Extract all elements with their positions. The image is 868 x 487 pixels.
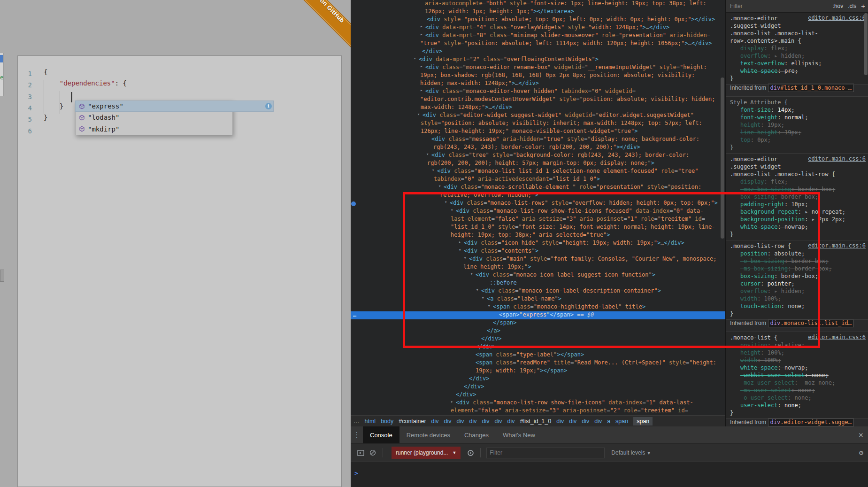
- breadcrumb-item[interactable]: div: [495, 418, 502, 425]
- css-property[interactable]: width: 100%;: [730, 356, 866, 364]
- css-property[interactable]: white-space: pre;: [730, 67, 866, 75]
- dom-tree-line[interactable]: <div style="position: absolute; top: 0px…: [351, 16, 725, 24]
- css-selector[interactable]: .monaco-list .monaco-list-row {: [730, 170, 866, 178]
- suggest-item[interactable]: "lodash": [75, 112, 119, 123]
- breadcrumb-item[interactable]: div: [431, 418, 439, 425]
- expand-arrow-icon[interactable]: ▸: [451, 399, 453, 404]
- github-ribbon[interactable]: on GitHub: [283, 0, 351, 60]
- close-icon[interactable]: ×: [859, 426, 863, 443]
- node-link[interactable]: div#list_id_1_0.monaco-…: [768, 84, 854, 92]
- breadcrumb-item[interactable]: …: [353, 418, 360, 425]
- stylesheet-link[interactable]: editor.main.css:6: [808, 155, 866, 162]
- suggest-item[interactable]: "mkdirp": [75, 124, 119, 135]
- suggest-item[interactable]: "express": [75, 100, 123, 112]
- css-property[interactable]: top: 0px;: [730, 136, 866, 144]
- dom-tree-line[interactable]: hidden; max-width: 1248px;">…</div>: [351, 80, 725, 88]
- dom-tree-line[interactable]: ▾<div class="monaco-scrollable-element "…: [351, 184, 725, 192]
- css-selector[interactable]: .suggest-widget: [730, 22, 866, 30]
- node-link[interactable]: div.editor-widget.sugge…: [768, 418, 854, 426]
- css-selector[interactable]: row>.contents>.main {: [730, 37, 866, 45]
- live-expression-icon[interactable]: [464, 447, 476, 459]
- gutter-blue-dot[interactable]: [351, 201, 356, 206]
- dom-tree-line[interactable]: ▸<div class="monaco-list-row show-file-i…: [351, 399, 725, 407]
- css-property[interactable]: -o-user-select: none;: [730, 394, 866, 402]
- expand-arrow-open-icon[interactable]: ▾: [426, 152, 429, 156]
- breadcrumb-item[interactable]: html: [365, 418, 376, 425]
- dom-tree-line[interactable]: </div>: [351, 48, 725, 56]
- dom-tree-line[interactable]: 126px; width: 1px; height: 1px;"></texta…: [351, 8, 725, 16]
- dom-tree-line[interactable]: "editor.contrib.modesContentHoverWidget"…: [351, 96, 725, 104]
- css-selector[interactable]: .suggest-widget: [730, 163, 866, 170]
- dom-tree-line[interactable]: style="position: absolute; visibility: i…: [351, 120, 725, 128]
- css-property[interactable]: display: flex;: [730, 45, 866, 52]
- clear-console-icon[interactable]: [367, 447, 379, 459]
- dom-tree-line[interactable]: aria-autocomplete="both" style="font-siz…: [351, 0, 725, 8]
- dom-tree-line[interactable]: rgb(200, 200, 200); height: 57px; margin…: [351, 160, 725, 168]
- breadcrumb-item[interactable]: div: [507, 418, 515, 425]
- expand-arrow-open-icon[interactable]: ▾: [432, 168, 434, 172]
- dom-tree-line[interactable]: ▸<div class="monaco-editor rename-box" w…: [351, 64, 725, 72]
- css-selector[interactable]: .monaco-list .monaco-list-: [730, 30, 866, 37]
- breadcrumb-item[interactable]: div: [444, 418, 452, 425]
- new-style-rule-button[interactable]: +: [861, 2, 865, 10]
- breadcrumb-item[interactable]: #list_id_1_0: [520, 418, 552, 425]
- console-sidebar-icon[interactable]: [354, 447, 367, 459]
- hover-state-button[interactable]: :hov: [833, 3, 844, 9]
- dom-tree-line[interactable]: </div>: [351, 375, 725, 383]
- css-property[interactable]: user-select: none;: [730, 402, 866, 409]
- dom-tree-line[interactable]: ▾<div data-mprt="2" class="overflowingCo…: [351, 56, 725, 64]
- dom-tree-line[interactable]: ▸<div class="monaco-editor-hover hidden"…: [351, 88, 725, 96]
- css-property[interactable]: height: 19px;: [730, 121, 866, 129]
- expand-arrow-icon[interactable]: ▸: [420, 24, 422, 29]
- dom-tree-line[interactable]: element="false" aria-setsize="3" aria-po…: [351, 407, 725, 415]
- drawer-tab-remote-devices[interactable]: Remote devices: [399, 426, 457, 443]
- drawer-menu-icon[interactable]: ⋮: [351, 426, 363, 443]
- css-property[interactable]: display: flex;: [730, 178, 866, 186]
- breadcrumb-item[interactable]: div: [569, 418, 576, 425]
- drawer-tab-changes[interactable]: Changes: [457, 426, 496, 443]
- stylesheet-link[interactable]: editor.main.css:6: [808, 15, 866, 21]
- css-property[interactable]: font-size: 14px;: [730, 106, 866, 114]
- breadcrumb-item[interactable]: div: [582, 418, 589, 425]
- dom-tree-line[interactable]: ▸<div data-mprt="4" class="overlayWidget…: [351, 24, 725, 32]
- log-levels-select[interactable]: Default levels ▼: [611, 449, 651, 456]
- dom-tree-line[interactable]: <span class="type-label"></span>: [351, 351, 725, 359]
- breadcrumb-item[interactable]: div: [594, 418, 602, 425]
- css-property[interactable]: height: 100%;: [730, 349, 866, 356]
- dom-tree-line[interactable]: </div>: [351, 383, 725, 391]
- breadcrumb-item[interactable]: span: [633, 417, 653, 425]
- drawer-tab-console[interactable]: Console: [363, 426, 399, 443]
- expand-arrow-icon[interactable]: ▸: [420, 64, 422, 69]
- expand-arrow-icon[interactable]: ▸: [420, 32, 422, 37]
- breadcrumb-item[interactable]: div: [457, 418, 464, 425]
- info-icon[interactable]: i: [265, 103, 272, 109]
- dom-tree-line[interactable]: max-width: 1248px;">…</div>: [351, 104, 725, 112]
- breadcrumb-item[interactable]: body: [381, 418, 393, 425]
- console-filter-input[interactable]: [486, 448, 605, 458]
- console-prompt[interactable]: >: [351, 462, 868, 477]
- breadcrumb-item[interactable]: div: [469, 418, 477, 425]
- expand-arrow-open-icon[interactable]: ▾: [417, 112, 420, 116]
- dom-tree-line[interactable]: "true" style="position: absolute; left: …: [351, 40, 725, 48]
- css-property[interactable]: -moz-user-select: -moz-none;: [730, 379, 866, 387]
- expand-arrow-open-icon[interactable]: ▾: [438, 184, 441, 188]
- gear-icon[interactable]: ⚙: [859, 448, 863, 457]
- css-selector[interactable]: Style Attribute {: [730, 99, 866, 106]
- dom-tree-line[interactable]: ▾<div class="editor-widget suggest-widge…: [351, 112, 725, 120]
- css-property[interactable]: -ms-user-select: none;: [730, 387, 866, 394]
- css-property[interactable]: font-weight: normal;: [730, 114, 866, 121]
- drawer-tab-what-s-new[interactable]: What's New: [496, 426, 542, 443]
- css-property[interactable]: white-space: nowrap;: [730, 364, 866, 371]
- dom-tree-line[interactable]: ▾<div class="monaco-list list_id_1 selec…: [351, 168, 725, 176]
- styles-filter-input[interactable]: [729, 2, 828, 10]
- breadcrumb-item[interactable]: a: [607, 418, 610, 425]
- breadcrumb-item[interactable]: span: [615, 418, 628, 425]
- expand-arrow-icon[interactable]: ▸: [420, 88, 422, 93]
- execution-context-select[interactable]: runner (playground... ▼: [392, 447, 461, 459]
- css-property[interactable]: -webkit-user-select: none;: [730, 371, 866, 379]
- css-property[interactable]: overflow: ▸ hidden;: [730, 52, 866, 60]
- dom-tree-line[interactable]: ▸<div data-mprt="8" class="minimap slide…: [351, 32, 725, 40]
- breadcrumb-item[interactable]: #container: [399, 418, 426, 425]
- breadcrumb-item[interactable]: div: [556, 418, 564, 425]
- breadcrumb-item[interactable]: div: [482, 418, 490, 425]
